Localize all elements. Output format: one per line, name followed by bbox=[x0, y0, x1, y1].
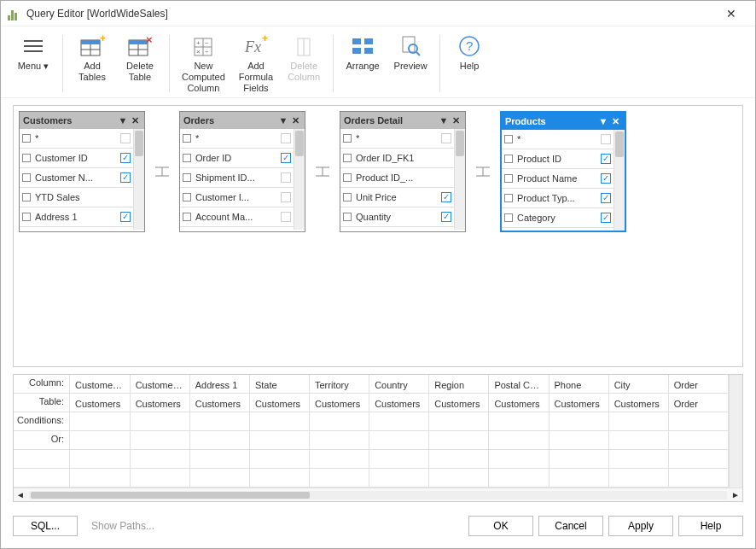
filter-icon[interactable]: ▼ bbox=[597, 116, 609, 126]
table-scrollbar[interactable] bbox=[134, 129, 144, 230]
diagram-canvas[interactable]: Customers▼✕*Customer ID✓Customer N...✓YT… bbox=[13, 105, 743, 367]
grid-cell[interactable] bbox=[189, 412, 249, 431]
grid-cell[interactable]: Customer ID bbox=[70, 375, 130, 394]
row-selector[interactable] bbox=[504, 155, 513, 163]
grid-cell[interactable]: Territory bbox=[310, 375, 369, 394]
grid-cell[interactable]: Customers bbox=[130, 394, 189, 412]
checkbox[interactable]: ✓ bbox=[120, 212, 131, 222]
field-row[interactable]: YTD Sales bbox=[20, 188, 133, 207]
row-selector[interactable] bbox=[22, 193, 31, 201]
table-scrollbar[interactable] bbox=[455, 129, 465, 230]
row-selector[interactable] bbox=[183, 193, 191, 201]
grid-cell[interactable] bbox=[130, 469, 189, 488]
grid-vscroll[interactable] bbox=[729, 375, 742, 488]
grid-cell[interactable] bbox=[369, 469, 429, 488]
grid-cell[interactable] bbox=[130, 450, 189, 469]
grid-cell[interactable] bbox=[668, 469, 728, 488]
preview-button[interactable]: Preview bbox=[390, 32, 431, 96]
field-row[interactable]: Product Typ...✓ bbox=[502, 189, 614, 208]
window-close-button[interactable]: ✕ bbox=[714, 7, 748, 20]
row-selector[interactable] bbox=[343, 193, 352, 201]
checkbox[interactable] bbox=[281, 172, 291, 183]
row-selector[interactable] bbox=[343, 134, 352, 143]
field-row[interactable]: Category✓ bbox=[502, 208, 614, 228]
grid-cell[interactable] bbox=[310, 412, 369, 431]
row-selector[interactable] bbox=[343, 154, 352, 162]
checkbox[interactable]: ✓ bbox=[601, 173, 611, 184]
checkbox[interactable]: ✓ bbox=[120, 153, 131, 163]
checkbox[interactable] bbox=[601, 134, 611, 144]
row-selector[interactable] bbox=[22, 213, 31, 221]
new-computed-column-button[interactable]: +−×÷ New Computed Column bbox=[178, 32, 229, 96]
close-icon[interactable]: ✕ bbox=[609, 116, 621, 127]
table-scrollbar[interactable] bbox=[614, 130, 625, 231]
grid-cell[interactable] bbox=[70, 412, 130, 431]
grid-cell[interactable] bbox=[249, 431, 309, 450]
grid-cell[interactable] bbox=[249, 469, 309, 488]
close-icon[interactable]: ✕ bbox=[129, 115, 141, 126]
row-selector[interactable] bbox=[183, 134, 191, 143]
add-tables-button[interactable]: + Add Tables bbox=[72, 32, 113, 96]
checkbox[interactable]: ✓ bbox=[120, 172, 131, 183]
apply-button[interactable]: Apply bbox=[608, 516, 673, 536]
field-row[interactable]: Order ID✓ bbox=[180, 149, 294, 168]
menu-button[interactable]: Menu ▾ bbox=[13, 32, 54, 96]
help-button[interactable]: Help bbox=[678, 516, 743, 536]
scroll-right-icon[interactable]: ► bbox=[729, 490, 742, 499]
grid-cell[interactable]: Region bbox=[429, 375, 489, 394]
grid-cell[interactable] bbox=[130, 412, 189, 431]
grid-cell[interactable] bbox=[70, 469, 130, 488]
grid-cell[interactable]: Customers bbox=[70, 394, 130, 412]
grid-cell[interactable] bbox=[668, 412, 728, 431]
grid-cell[interactable]: Customers bbox=[369, 394, 429, 412]
grid-cell[interactable] bbox=[369, 450, 429, 469]
grid-cell[interactable]: Phone bbox=[549, 375, 608, 394]
grid-cell[interactable] bbox=[189, 450, 249, 469]
grid-cell[interactable]: Customers bbox=[489, 394, 549, 412]
table-scrollbar[interactable] bbox=[294, 129, 305, 230]
grid-cell[interactable]: Customers bbox=[189, 394, 249, 412]
sql-button[interactable]: SQL... bbox=[13, 516, 78, 536]
grid-cell[interactable] bbox=[549, 450, 608, 469]
row-selector[interactable] bbox=[183, 213, 191, 221]
checkbox[interactable] bbox=[281, 212, 291, 222]
field-row[interactable]: Customer I... bbox=[180, 188, 294, 207]
row-selector[interactable] bbox=[504, 194, 513, 202]
grid-cell[interactable] bbox=[668, 431, 728, 450]
field-row[interactable]: Product ID✓ bbox=[502, 149, 614, 169]
field-row[interactable]: * bbox=[180, 129, 294, 149]
row-selector[interactable] bbox=[343, 173, 352, 182]
grid-cell[interactable]: State bbox=[249, 375, 309, 394]
row-selector[interactable] bbox=[504, 174, 513, 183]
grid-cell[interactable]: City bbox=[608, 375, 668, 394]
grid-cell[interactable] bbox=[429, 412, 489, 431]
field-row[interactable]: Account Ma... bbox=[180, 207, 294, 227]
grid-cell[interactable]: Order bbox=[668, 375, 728, 394]
row-selector[interactable] bbox=[343, 213, 352, 221]
table-products[interactable]: Products▼✕*Product ID✓Product Name✓Produ… bbox=[500, 111, 626, 232]
grid-cell[interactable] bbox=[70, 431, 130, 450]
checkbox[interactable]: ✓ bbox=[601, 213, 611, 223]
checkbox[interactable]: ✓ bbox=[601, 154, 611, 164]
table-customers[interactable]: Customers▼✕*Customer ID✓Customer N...✓YT… bbox=[19, 111, 145, 232]
grid-cell[interactable] bbox=[189, 431, 249, 450]
grid-cell[interactable] bbox=[310, 431, 369, 450]
grid-cell[interactable] bbox=[429, 469, 489, 488]
grid-cell[interactable] bbox=[369, 412, 429, 431]
close-icon[interactable]: ✕ bbox=[289, 115, 301, 126]
grid-cell[interactable] bbox=[249, 412, 309, 431]
grid-cell[interactable]: Country bbox=[369, 375, 429, 394]
grid-cell[interactable] bbox=[249, 450, 309, 469]
row-selector[interactable] bbox=[504, 135, 513, 143]
field-row[interactable]: Unit Price✓ bbox=[340, 188, 454, 207]
checkbox[interactable] bbox=[441, 133, 451, 143]
grid-cell[interactable] bbox=[429, 450, 489, 469]
row-selector[interactable] bbox=[22, 134, 31, 143]
help-toolbar-button[interactable]: ? Help bbox=[449, 32, 490, 96]
grid-cell[interactable]: Customers bbox=[429, 394, 489, 412]
field-row[interactable]: Shipment ID... bbox=[180, 168, 294, 188]
grid-cell[interactable] bbox=[489, 450, 549, 469]
field-row[interactable]: * bbox=[502, 130, 614, 149]
grid-cell[interactable]: Customers bbox=[549, 394, 608, 412]
field-row[interactable]: Address 1✓ bbox=[20, 207, 133, 227]
